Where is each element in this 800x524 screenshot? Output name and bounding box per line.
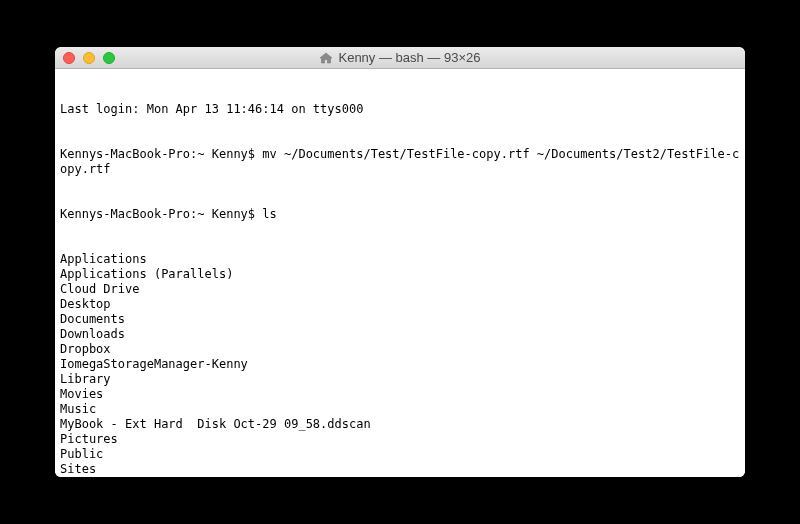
title-wrap: Kenny — bash — 93×26 xyxy=(55,50,745,65)
ls-item: Library xyxy=(60,372,740,387)
command-text: ls xyxy=(262,207,276,221)
home-icon xyxy=(319,52,333,64)
ls-item: Music xyxy=(60,402,740,417)
ls-item: MyBook - Ext Hard Disk Oct-29 09_58.ddsc… xyxy=(60,417,740,432)
close-button[interactable] xyxy=(63,52,75,64)
terminal-window: Kenny — bash — 93×26 Last login: Mon Apr… xyxy=(55,47,745,477)
ls-item: Public xyxy=(60,447,740,462)
titlebar[interactable]: Kenny — bash — 93×26 xyxy=(55,47,745,69)
ls-item: Dropbox xyxy=(60,342,740,357)
ls-item: Movies xyxy=(60,387,740,402)
last-login-line: Last login: Mon Apr 13 11:46:14 on ttys0… xyxy=(60,102,740,117)
prompt: Kennys-MacBook-Pro:~ Kenny$ xyxy=(60,147,262,161)
ls-item: Sites xyxy=(60,462,740,477)
ls-item: IomegaStorageManager-Kenny xyxy=(60,357,740,372)
ls-item: Pictures xyxy=(60,432,740,447)
ls-item: Cloud Drive xyxy=(60,282,740,297)
ls-output: ApplicationsApplications (Parallels)Clou… xyxy=(60,252,740,477)
traffic-lights xyxy=(55,52,115,64)
ls-item: Documents xyxy=(60,312,740,327)
prompt: Kennys-MacBook-Pro:~ Kenny$ xyxy=(60,207,262,221)
ls-item: Downloads xyxy=(60,327,740,342)
maximize-button[interactable] xyxy=(103,52,115,64)
minimize-button[interactable] xyxy=(83,52,95,64)
command-line-2: Kennys-MacBook-Pro:~ Kenny$ ls xyxy=(60,207,740,222)
ls-item: Applications xyxy=(60,252,740,267)
command-line-1: Kennys-MacBook-Pro:~ Kenny$ mv ~/Documen… xyxy=(60,147,740,177)
window-title: Kenny — bash — 93×26 xyxy=(338,50,480,65)
ls-item: Desktop xyxy=(60,297,740,312)
terminal-body[interactable]: Last login: Mon Apr 13 11:46:14 on ttys0… xyxy=(55,69,745,477)
ls-item: Applications (Parallels) xyxy=(60,267,740,282)
